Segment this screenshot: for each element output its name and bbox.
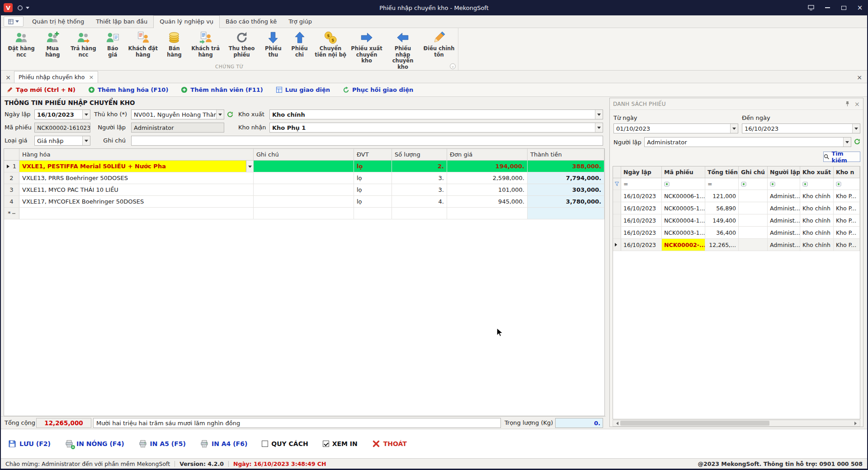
column-header-ghi-chu[interactable]: Ghi chú	[254, 149, 354, 160]
ribbon-button-phieu-xuat-chuyen-kho[interactable]: Phiếu xuất chuyển kho	[349, 30, 385, 65]
cell-tong-tien[interactable]: 56,890	[705, 202, 739, 214]
cell-don-gia[interactable]: 2,598,000.	[447, 172, 528, 184]
application-menu-button[interactable]	[4, 16, 24, 27]
cell-kho-xuat[interactable]: Kho chính	[800, 227, 834, 238]
cell-thanh-tien[interactable]: 303,000.	[528, 184, 604, 195]
cell-ngay-lap[interactable]: 16/10/2023	[621, 190, 662, 202]
cell-kho-nhan[interactable]: Kho P...	[834, 239, 860, 251]
exit-button[interactable]: THOÁT	[372, 440, 407, 448]
weight-input[interactable]: 0.	[555, 418, 603, 428]
cell-thanh-tien[interactable]: 388,000.	[528, 161, 604, 172]
cell-tong-tien[interactable]: 12,265,...	[705, 239, 739, 251]
print-hot-button[interactable]: + IN NÓNG (F4)	[65, 440, 124, 448]
scrollbar-thumb[interactable]	[620, 421, 769, 426]
maximize-button[interactable]	[835, 0, 852, 15]
cell-ghi-chu[interactable]	[254, 172, 354, 184]
cell-ma-phieu[interactable]: NCK00002-...	[662, 239, 705, 251]
cell-ngay-lap[interactable]: 16/10/2023	[621, 239, 662, 251]
cell-so-luong[interactable]: 4.	[392, 196, 447, 207]
den-ngay-combo[interactable]: 16/10/2023	[742, 123, 860, 133]
ribbon-button-dieu-chinh-ton[interactable]: Điều chỉnh tồn	[421, 30, 457, 59]
ribbon-button-chuyen-tien-noi-bo[interactable]: $$ Chuyển tiền nội bộ	[312, 30, 349, 59]
cell-nguoi-lap[interactable]: Administ...	[768, 227, 800, 238]
amount-in-words-input[interactable]: Mười hai triệu hai trăm sáu mươi lăm ngh…	[93, 418, 501, 428]
cell-ghi-chu[interactable]	[254, 184, 354, 195]
filter-cell-ghi-chu[interactable]	[739, 178, 768, 190]
filter-cell-ngay-lap[interactable]: =	[621, 178, 662, 190]
scroll-left-button[interactable]	[613, 420, 620, 426]
ribbon-button-phieu-thu[interactable]: Phiếu thu	[260, 30, 287, 59]
column-header-thanh-tien[interactable]: Thành tiền	[528, 149, 604, 160]
horizontal-scrollbar[interactable]	[613, 420, 860, 427]
scroll-right-button[interactable]	[853, 420, 860, 426]
cell-hang-hoa[interactable]: VXLE13, PRRS Boehringer 50DOSES	[19, 172, 254, 184]
thu-kho-combo[interactable]: NV001, Nguyễn Hoàng Thành	[131, 109, 224, 119]
search-button[interactable]: Tìm kiếm	[823, 152, 860, 162]
cell-ghi-chu[interactable]	[254, 208, 354, 219]
tab-quan-ly-nghiep-vu[interactable]: Quản lý nghiệp vụ	[153, 15, 220, 28]
cell-so-luong[interactable]: 2.	[392, 161, 447, 172]
tab-close-icon[interactable]: ×	[89, 74, 94, 81]
quick-access-toolbar[interactable]	[17, 5, 29, 11]
cell-kho-nhan[interactable]: Kho P...	[834, 202, 860, 214]
cell-dvt[interactable]: lọ	[354, 184, 392, 195]
cell-don-gia[interactable]	[447, 208, 528, 219]
ribbon-button-ban-hang[interactable]: Bán hàng	[161, 30, 187, 59]
filter-cell-kho-xuat[interactable]	[800, 178, 834, 190]
ma-phieu-input[interactable]: NCK00002-161023	[34, 123, 90, 133]
fit-screen-button[interactable]	[803, 0, 819, 15]
cell-hang-hoa[interactable]: VXLE1, PESTIFFA Merial 50LIỀU + Nước Pha	[19, 161, 254, 172]
column-header-ma-phieu[interactable]: Mã phiếu	[662, 166, 705, 178]
cell-tong-tien[interactable]: 36,400	[705, 227, 739, 238]
cell-kho-nhan[interactable]: Kho P...	[834, 214, 860, 226]
nguoi-lap-input[interactable]: Administrator	[131, 123, 224, 133]
tab-bar-close-button[interactable]: ×	[854, 72, 864, 83]
column-header-so-luong[interactable]: Số lượng	[392, 149, 447, 160]
ribbon-button-bao-gia[interactable]: Báo giá	[100, 30, 125, 59]
new-button[interactable]: Tạo mới (Ctrl + N)	[6, 86, 75, 93]
cell-don-gia[interactable]: 194,000.	[447, 161, 528, 172]
cell-nguoi-lap[interactable]: Administ...	[768, 202, 800, 214]
save-button[interactable]: LƯU (F2)	[8, 440, 51, 448]
column-header-tong-tien[interactable]: Tổng tiền	[705, 166, 739, 178]
cell-don-gia[interactable]: 101,000.	[447, 184, 528, 195]
cell-thanh-tien[interactable]: 7,794,000.	[528, 172, 604, 184]
panel-nguoi-lap-combo[interactable]: Administrator	[644, 137, 851, 147]
tab-bao-cao-thong-ke[interactable]: Báo cáo thống kê	[220, 16, 283, 28]
cell-kho-xuat[interactable]: Kho chính	[800, 239, 834, 251]
cell-ngay-lap[interactable]: 16/10/2023	[621, 227, 662, 238]
cell-ngay-lap[interactable]: 16/10/2023	[621, 202, 662, 214]
column-header-ngay-lap[interactable]: Ngày lập	[621, 166, 662, 178]
cell-ngay-lap[interactable]: 16/10/2023	[621, 214, 662, 226]
cell-kho-xuat[interactable]: Kho chính	[800, 190, 834, 202]
print-a5-button[interactable]: IN A5 (F5)	[139, 440, 186, 448]
cell-kho-xuat[interactable]: Kho chính	[800, 202, 834, 214]
tab-phieu-nhap-chuyen-kho[interactable]: Phiếu nhập chuyển kho ×	[14, 71, 98, 83]
quy-cach-checkbox[interactable]: QUY CÁCH	[262, 440, 308, 447]
column-header-ghi-chu[interactable]: Ghi chú	[739, 166, 768, 178]
tab-tro-giup[interactable]: Trợ giúp	[283, 16, 318, 28]
column-header-kho-xuat[interactable]: Kho xuất	[800, 166, 834, 178]
cell-dvt[interactable]	[354, 208, 392, 219]
tab-list-close-button[interactable]: ×	[3, 72, 13, 83]
tab-thiet-lap-ban-dau[interactable]: Thiết lập ban đầu	[90, 16, 153, 28]
cell-ma-phieu[interactable]: NCK00005-1...	[662, 202, 705, 214]
cell-ghi-chu[interactable]	[739, 239, 768, 251]
cell-hang-hoa[interactable]	[19, 208, 254, 219]
cell-ma-phieu[interactable]: NCK00003-1...	[662, 227, 705, 238]
cell-don-gia[interactable]: 945,000.	[447, 196, 528, 207]
cell-dvt[interactable]: lọ	[354, 161, 392, 172]
cell-nguoi-lap[interactable]: Administ...	[768, 239, 800, 251]
close-button[interactable]: ×	[852, 0, 868, 15]
ribbon-button-dat-hang-ncc[interactable]: Đặt hàng ncc	[4, 30, 39, 59]
cell-dvt[interactable]: lọ	[354, 196, 392, 207]
tu-ngay-combo[interactable]: 01/10/2023	[613, 123, 738, 133]
cell-ghi-chu[interactable]	[739, 227, 768, 238]
cell-thanh-tien[interactable]: 3,780,000.	[528, 196, 604, 207]
minimize-button[interactable]	[819, 0, 835, 15]
cell-ma-phieu[interactable]: NCK00004-1...	[662, 214, 705, 226]
cell-ghi-chu[interactable]	[739, 214, 768, 226]
cell-tong-tien[interactable]: 149,400	[705, 214, 739, 226]
ribbon-button-phieu-chi[interactable]: Phiếu chi	[287, 30, 312, 59]
filter-cell-nguoi-lap[interactable]	[768, 178, 800, 190]
